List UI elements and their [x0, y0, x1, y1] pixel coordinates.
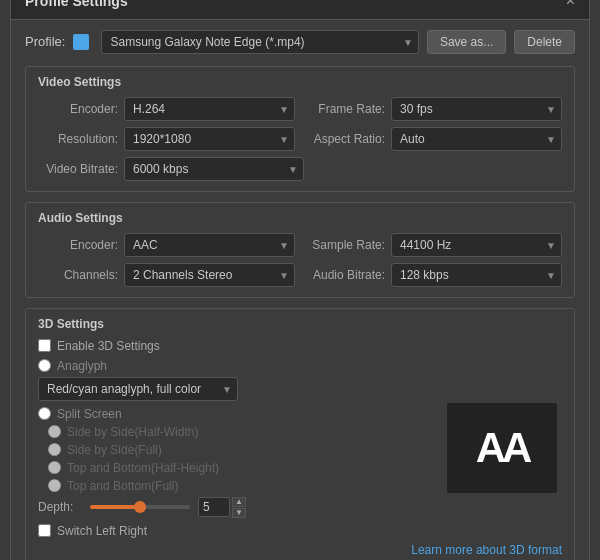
sample-rate-label: Sample Rate:	[305, 238, 385, 252]
aspect-ratio-select[interactable]: Auto	[391, 127, 562, 151]
profile-row: Profile: Samsung Galaxy Note Edge (*.mp4…	[25, 30, 575, 54]
split-screen-options: Side by Side(Half-Width) Side by Side(Fu…	[48, 425, 432, 493]
profile-select[interactable]: Samsung Galaxy Note Edge (*.mp4)	[101, 30, 418, 54]
audio-bitrate-select[interactable]: 128 kbps	[391, 263, 562, 287]
audio-settings-grid: Encoder: AAC ▼ Sample Rate: 44100 Hz	[38, 233, 562, 287]
sample-rate-select[interactable]: 44100 Hz	[391, 233, 562, 257]
3d-preview-area: AA	[442, 359, 562, 538]
side-by-side-half-label: Side by Side(Half-Width)	[67, 425, 198, 439]
delete-button[interactable]: Delete	[514, 30, 575, 54]
anaglyph-radio-row: Anaglyph	[38, 359, 432, 373]
audio-encoder-select[interactable]: AAC	[124, 233, 295, 257]
learn-more-link[interactable]: Learn more about 3D format	[411, 543, 562, 557]
switch-left-right-checkbox[interactable]	[38, 524, 51, 537]
depth-slider[interactable]	[90, 505, 190, 509]
profile-label: Profile:	[25, 34, 65, 49]
split-screen-radio[interactable]	[38, 407, 51, 420]
audio-settings-title: Audio Settings	[38, 211, 562, 225]
video-settings-section: Video Settings Encoder: H.264 ▼ Frame Ra…	[25, 66, 575, 192]
video-bitrate-select-wrap: 6000 kbps ▼	[124, 157, 304, 181]
switch-left-right-label: Switch Left Right	[57, 524, 147, 538]
enable-3d-label: Enable 3D Settings	[57, 339, 160, 353]
audio-bitrate-label: Audio Bitrate:	[305, 268, 385, 282]
audio-encoder-row: Encoder: AAC ▼	[38, 233, 295, 257]
sample-rate-select-wrap: 44100 Hz ▼	[391, 233, 562, 257]
audio-bitrate-select-wrap: 128 kbps ▼	[391, 263, 562, 287]
channels-label: Channels:	[38, 268, 118, 282]
anaglyph-radio[interactable]	[38, 359, 51, 372]
aspect-ratio-select-wrap: Auto ▼	[391, 127, 562, 151]
audio-bitrate-row: Audio Bitrate: 128 kbps ▼	[305, 263, 562, 287]
top-bottom-half-radio[interactable]	[48, 461, 61, 474]
encoder-label: Encoder:	[38, 102, 118, 116]
depth-number: ▲ ▼	[198, 497, 246, 518]
video-bitrate-row: Video Bitrate: 6000 kbps ▼	[38, 157, 562, 181]
side-by-side-full-radio[interactable]	[48, 443, 61, 456]
encoder-row: Encoder: H.264 ▼	[38, 97, 295, 121]
aa-preview-box: AA	[447, 403, 557, 493]
3d-settings-section: 3D Settings Enable 3D Settings Anaglyph …	[25, 308, 575, 561]
split-screen-radio-row: Split Screen	[38, 407, 432, 421]
audio-encoder-label: Encoder:	[38, 238, 118, 252]
video-bitrate-label: Video Bitrate:	[38, 162, 118, 176]
resolution-select-wrap: 1920*1080 ▼	[124, 127, 295, 151]
3d-body: Anaglyph Red/cyan anaglyph, full color ▼…	[38, 359, 562, 538]
3d-left: Anaglyph Red/cyan anaglyph, full color ▼…	[38, 359, 432, 538]
content-area: Profile: Samsung Galaxy Note Edge (*.mp4…	[11, 20, 589, 561]
aa-preview-text: AA	[476, 424, 529, 472]
anaglyph-select[interactable]: Red/cyan anaglyph, full color	[38, 377, 238, 401]
sample-rate-row: Sample Rate: 44100 Hz ▼	[305, 233, 562, 257]
video-settings-grid: Encoder: H.264 ▼ Frame Rate: 30 fps	[38, 97, 562, 151]
frame-rate-select-wrap: 30 fps ▼	[391, 97, 562, 121]
audio-settings-section: Audio Settings Encoder: AAC ▼ Sample Rat…	[25, 202, 575, 298]
depth-label: Depth:	[38, 500, 82, 514]
channels-row: Channels: 2 Channels Stereo ▼	[38, 263, 295, 287]
resolution-select[interactable]: 1920*1080	[124, 127, 295, 151]
top-bottom-full-row: Top and Bottom(Full)	[48, 479, 432, 493]
top-bottom-half-row: Top and Bottom(Half-Height)	[48, 461, 432, 475]
resolution-label: Resolution:	[38, 132, 118, 146]
channels-select-wrap: 2 Channels Stereo ▼	[124, 263, 295, 287]
resolution-row: Resolution: 1920*1080 ▼	[38, 127, 295, 151]
profile-select-wrap: Samsung Galaxy Note Edge (*.mp4) ▼	[101, 30, 418, 54]
encoder-select-wrap: H.264 ▼	[124, 97, 295, 121]
depth-row: Depth: ▲ ▼	[38, 497, 432, 518]
title-bar: Profile Settings ×	[11, 0, 589, 20]
video-bitrate-select[interactable]: 6000 kbps	[124, 157, 304, 181]
enable-3d-checkbox[interactable]	[38, 339, 51, 352]
split-screen-label: Split Screen	[57, 407, 122, 421]
close-button[interactable]: ×	[566, 0, 575, 9]
top-bottom-half-label: Top and Bottom(Half-Height)	[67, 461, 219, 475]
anaglyph-label: Anaglyph	[57, 359, 107, 373]
depth-spinners: ▲ ▼	[232, 497, 246, 518]
top-bottom-full-label: Top and Bottom(Full)	[67, 479, 178, 493]
video-settings-title: Video Settings	[38, 75, 562, 89]
encoder-select[interactable]: H.264	[124, 97, 295, 121]
side-by-side-half-row: Side by Side(Half-Width)	[48, 425, 432, 439]
anaglyph-select-wrap: Red/cyan anaglyph, full color ▼	[38, 377, 238, 401]
depth-increment-btn[interactable]: ▲	[232, 497, 246, 507]
footer-row: Switch Left Right	[38, 524, 432, 538]
frame-rate-row: Frame Rate: 30 fps ▼	[305, 97, 562, 121]
side-by-side-full-row: Side by Side(Full)	[48, 443, 432, 457]
aspect-ratio-row: Aspect Ratio: Auto ▼	[305, 127, 562, 151]
audio-encoder-select-wrap: AAC ▼	[124, 233, 295, 257]
channels-select[interactable]: 2 Channels Stereo	[124, 263, 295, 287]
frame-rate-select[interactable]: 30 fps	[391, 97, 562, 121]
profile-device-icon	[73, 34, 89, 50]
side-by-side-half-radio[interactable]	[48, 425, 61, 438]
3d-settings-title: 3D Settings	[38, 317, 562, 331]
dialog-title: Profile Settings	[25, 0, 128, 9]
depth-input[interactable]	[198, 497, 230, 517]
side-by-side-full-label: Side by Side(Full)	[67, 443, 162, 457]
top-bottom-full-radio[interactable]	[48, 479, 61, 492]
enable-3d-row: Enable 3D Settings	[38, 339, 562, 353]
aspect-ratio-label: Aspect Ratio:	[305, 132, 385, 146]
frame-rate-label: Frame Rate:	[305, 102, 385, 116]
depth-decrement-btn[interactable]: ▼	[232, 508, 246, 518]
save-as-button[interactable]: Save as...	[427, 30, 506, 54]
profile-settings-dialog: Profile Settings × Profile: Samsung Gala…	[10, 0, 590, 560]
